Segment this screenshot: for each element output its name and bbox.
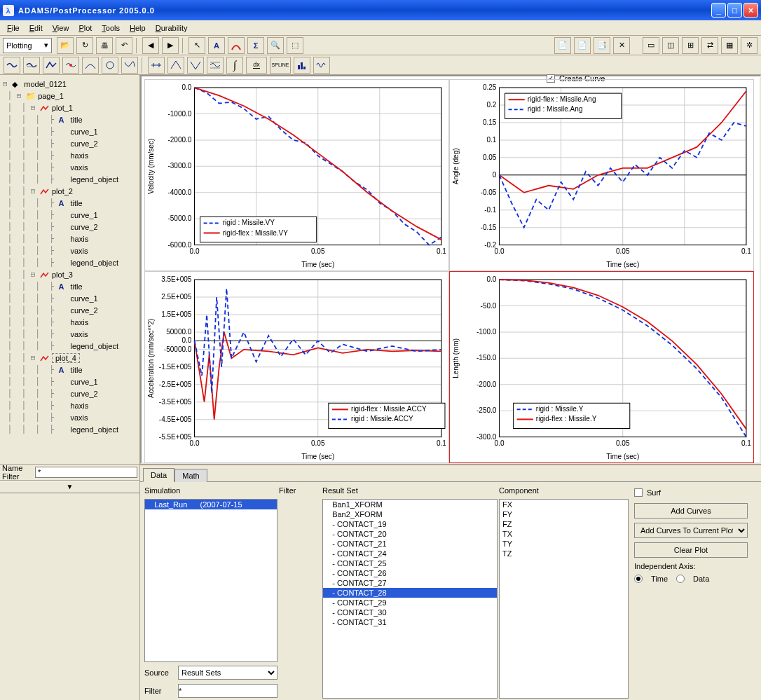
minimize-button[interactable]: _ — [711, 3, 726, 18]
tree-item[interactable]: │ │ │ ├ vaxis — [3, 245, 137, 256]
layout-2-icon[interactable]: ◫ — [662, 37, 679, 54]
list-item[interactable]: - CONTACT_31 — [323, 617, 497, 627]
surf-checkbox[interactable] — [634, 488, 643, 497]
undo-icon[interactable]: ↶ — [116, 37, 132, 54]
curve-tool-icon[interactable] — [228, 37, 245, 54]
menu-file[interactable]: File — [3, 22, 24, 34]
list-item[interactable]: FY — [500, 509, 628, 519]
plot-tool-6-icon[interactable] — [102, 57, 118, 74]
list-item[interactable]: - CONTACT_19 — [323, 519, 497, 529]
play-icon[interactable]: ▶ — [162, 37, 179, 54]
menu-plot[interactable]: Plot — [74, 22, 96, 34]
tree-item[interactable]: │ │ │ ├ haxis — [3, 316, 137, 328]
tree-item[interactable]: │ │ │ ├ legend_object — [3, 340, 137, 352]
tree-item[interactable]: │ │ │ ├ curve_1 — [3, 209, 137, 221]
source-select[interactable]: Result Sets — [178, 666, 277, 680]
simulation-list[interactable]: Last_Run (2007-07-15 — [144, 499, 277, 662]
axis-time-radio[interactable] — [634, 575, 643, 583]
clear-plot-button[interactable]: Clear Plot — [634, 542, 748, 558]
menu-tools[interactable]: Tools — [97, 22, 124, 34]
list-item[interactable]: FX — [500, 500, 628, 509]
spline-icon[interactable]: SPLINE — [270, 57, 291, 74]
list-item[interactable]: - CONTACT_21 — [323, 539, 497, 549]
name-filter-input[interactable] — [35, 467, 137, 478]
tree-item[interactable]: ⊟ ◆model_0121 — [3, 78, 137, 90]
layout-1-icon[interactable]: ▭ — [643, 37, 659, 54]
menu-view[interactable]: View — [48, 22, 74, 34]
plot-3[interactable]: -5.5E+005-4.5E+005-3.5E+005-2.5E+005-1.5… — [144, 271, 449, 463]
tree-item[interactable]: │ │ ⊟ plot_3 — [3, 268, 137, 280]
tab-data[interactable]: Data — [143, 468, 174, 482]
stats-icon[interactable] — [294, 57, 310, 74]
settings-icon[interactable]: ✲ — [741, 37, 757, 54]
cursor-icon[interactable]: ↖ — [188, 37, 205, 54]
tree-item[interactable]: │ │ ⊟ plot_2 — [3, 185, 137, 197]
tree-item[interactable]: │ │ │ ├ vaxis — [3, 328, 137, 340]
list-item[interactable]: Last_Run (2007-07-15 — [145, 500, 277, 509]
list-item[interactable]: TX — [500, 529, 628, 539]
tree-item[interactable]: │ │ │ ├ legend_object — [3, 256, 137, 268]
sigma-icon[interactable]: Σ — [247, 37, 264, 54]
plot-target-select[interactable]: Add Curves To Current Plot — [634, 523, 748, 538]
list-item[interactable]: TZ — [500, 549, 628, 558]
tree-item[interactable]: │ │ │ ├ curve_2 — [3, 221, 137, 233]
list-item[interactable]: - CONTACT_26 — [323, 568, 497, 578]
tree-item[interactable]: │ ⊟ 📁page_1 — [3, 90, 137, 102]
page-delete-icon[interactable]: ✕ — [613, 37, 630, 54]
list-item[interactable]: - CONTACT_30 — [323, 608, 497, 617]
mode-select[interactable]: Plotting▾ — [3, 38, 52, 53]
component-list[interactable]: FXFYFZTXTYTZ — [499, 499, 629, 699]
tree-item[interactable]: │ │ ⊟ plot_4 — [3, 352, 137, 364]
tree-item[interactable]: │ │ │ ├ haxis — [3, 399, 137, 411]
list-item[interactable]: - CONTACT_29 — [323, 598, 497, 608]
tree-item[interactable]: │ │ │ ├ Atitle — [3, 114, 137, 125]
filter2-input[interactable] — [178, 684, 277, 698]
plot-tool-5-icon[interactable] — [82, 57, 99, 74]
menu-durability[interactable]: Durability — [151, 22, 192, 34]
tree-item[interactable]: │ │ │ ├ Atitle — [3, 364, 137, 376]
reload-icon[interactable]: ↻ — [76, 37, 93, 54]
layout-4-icon[interactable]: ⊞ — [682, 37, 699, 54]
open-icon[interactable]: 📂 — [57, 37, 74, 54]
menu-edit[interactable]: Edit — [25, 22, 47, 34]
axis-data-radio[interactable] — [676, 575, 685, 583]
derivative-icon[interactable]: dx — [246, 57, 267, 74]
list-item[interactable]: Ban1_XFORM — [323, 500, 497, 509]
menu-help[interactable]: Help — [125, 22, 150, 34]
tree-item[interactable]: │ │ │ ├ curve_1 — [3, 376, 137, 387]
tree-item[interactable]: │ │ ⊟ plot_1 — [3, 102, 137, 114]
list-item[interactable]: - CONTACT_28 — [323, 588, 497, 598]
list-item[interactable]: - CONTACT_25 — [323, 558, 497, 568]
plot-1[interactable]: 0.0-1000.0-2000.0-3000.0-4000.0-5000.0-6… — [144, 79, 449, 271]
tree-item[interactable]: │ │ │ ├ legend_object — [3, 423, 137, 435]
tree-item[interactable]: │ │ │ ├ haxis — [3, 149, 137, 161]
tree-item[interactable]: │ │ │ ├ vaxis — [3, 411, 137, 423]
add-curves-button[interactable]: Add Curves — [634, 503, 748, 519]
tree-item[interactable]: │ │ │ ├ curve_2 — [3, 137, 137, 149]
valley-icon[interactable] — [187, 57, 204, 74]
list-item[interactable]: - CONTACT_20 — [323, 529, 497, 539]
text-icon[interactable]: A — [208, 37, 225, 54]
peak-icon[interactable] — [167, 57, 184, 74]
tree-item[interactable]: │ │ │ ├ haxis — [3, 233, 137, 245]
plot-tool-3-icon[interactable] — [43, 57, 60, 74]
plot-2[interactable]: -0.2-0.15-0.1-0.0500.050.10.150.20.250.0… — [449, 79, 754, 271]
plot-4[interactable]: 0.0-50.0-100.0-150.0-200.0-250.0-300.00.… — [449, 271, 754, 463]
first-icon[interactable]: ◀ — [142, 37, 159, 54]
list-item[interactable]: - CONTACT_24 — [323, 549, 497, 558]
list-item[interactable]: Ban2_XFORM — [323, 509, 497, 519]
bounds-icon[interactable] — [207, 57, 224, 74]
plot-tool-2-icon[interactable] — [23, 57, 40, 74]
select-rect-icon[interactable]: ⬚ — [287, 37, 303, 54]
print-icon[interactable]: 🖶 — [96, 37, 113, 54]
integral-icon[interactable]: ∫ — [226, 57, 243, 74]
model-tree[interactable]: ⊟ ◆model_0121 │ ⊟ 📁page_1 │ │ ⊟ plot_1 │… — [0, 75, 139, 464]
page-add-icon[interactable]: 📄 — [554, 37, 571, 54]
list-item[interactable]: FZ — [500, 519, 628, 529]
tree-item[interactable]: │ │ │ ├ Atitle — [3, 280, 137, 292]
tree-item[interactable]: │ │ │ ├ legend_object — [3, 173, 137, 185]
close-button[interactable]: × — [743, 3, 758, 18]
tab-math[interactable]: Math — [174, 469, 207, 482]
tree-item[interactable]: │ │ │ ├ curve_2 — [3, 387, 137, 399]
range-icon[interactable] — [148, 57, 165, 74]
